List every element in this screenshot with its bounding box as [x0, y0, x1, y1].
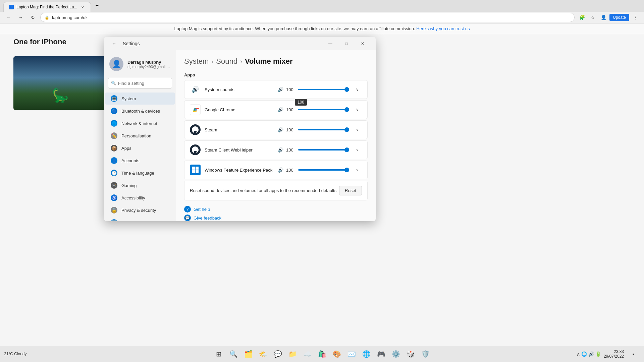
profile-icon[interactable]: 👤	[599, 13, 608, 22]
taskbar-start-button[interactable]: ⊞	[212, 347, 225, 361]
taskbar-edge-button[interactable]: 🌐	[360, 347, 373, 361]
user-email: d.j.murphy2493@gmail.com	[127, 65, 171, 69]
volume-thumb-steam[interactable]	[344, 127, 349, 132]
tab-close-button[interactable]: ✕	[80, 4, 85, 10]
taskbar-adobe-button[interactable]: 🎨	[330, 347, 343, 361]
sidebar-label-privacy: Privacy & security	[121, 208, 156, 213]
volume-icon-system-sounds: 🔊	[278, 87, 283, 92]
expand-button-system-sounds[interactable]: ∨	[353, 85, 362, 94]
taskbar-time-display: 23:33	[604, 349, 624, 354]
taskbar-chat-button[interactable]: 💬	[271, 347, 284, 361]
expand-button-windows-feature[interactable]: ∨	[353, 165, 362, 175]
app-icon-chrome	[190, 104, 201, 115]
taskbar-clock[interactable]: 23:33 29/07/2022	[604, 349, 624, 359]
volume-number-steam: 100	[286, 127, 296, 132]
sidebar-item-system[interactable]: 💻 System	[105, 93, 175, 105]
app-name-steam: Steam	[205, 127, 274, 132]
modal-title: Settings	[123, 41, 140, 46]
volume-slider-steam-client[interactable]	[298, 149, 348, 150]
expand-button-steam[interactable]: ∨	[353, 125, 362, 134]
sidebar-item-accounts[interactable]: 👤 Accounts	[105, 155, 175, 167]
volume-number-steam-client: 100	[286, 147, 296, 153]
close-button[interactable]: ✕	[355, 38, 370, 49]
address-bar[interactable]: 🔒 laptopmag.com/uk	[40, 13, 575, 22]
taskbar-date-display: 29/07/2022	[604, 354, 624, 359]
sidebar-item-network[interactable]: 🌐 Network & internet	[105, 117, 175, 129]
taskbar-taskview-button[interactable]: 🗂️	[241, 347, 255, 361]
get-help-link[interactable]: ? Get help	[184, 206, 368, 213]
volume-slider-chrome[interactable]	[298, 109, 348, 110]
tray-network[interactable]: 🌐	[581, 351, 587, 357]
app-card-system-sounds: 🔊 System sounds 🔊 100 ∨ 100	[184, 80, 368, 99]
sidebar-item-update[interactable]: 🔄 Windows Update	[105, 217, 175, 221]
sidebar-item-privacy[interactable]: 🔒 Privacy & security	[105, 204, 175, 216]
taskbar-steam-pinned[interactable]: 🎲	[404, 347, 417, 361]
forward-button[interactable]: →	[16, 13, 25, 22]
trust-link[interactable]: Here's why you can trust us	[416, 26, 470, 31]
volume-thumb-system-sounds[interactable]	[344, 87, 349, 92]
taskbar-onedrive-button[interactable]: ☁️	[301, 347, 314, 361]
expand-button-chrome[interactable]: ∨	[353, 105, 362, 114]
menu-button[interactable]: ⋮	[631, 13, 640, 22]
avatar: 👤	[109, 57, 123, 71]
taskbar-explorer-button[interactable]: 📁	[286, 347, 299, 361]
sidebar-item-accessibility[interactable]: ♿ Accessibility	[105, 192, 175, 204]
star-button[interactable]: ☆	[588, 13, 597, 22]
feedback-link[interactable]: 💬 Give feedback	[184, 215, 368, 221]
taskbar-settings-pinned[interactable]: ⚙️	[389, 347, 402, 361]
app-name-steam-client: Steam Client WebHelper	[205, 147, 274, 153]
volume-thumb-steam-client[interactable]	[344, 147, 349, 152]
tray-chevron[interactable]: ∧	[577, 351, 580, 357]
sidebar-label-system: System	[121, 96, 136, 101]
app-icon-steam	[190, 124, 201, 135]
breadcrumb-system[interactable]: System	[184, 57, 209, 66]
modal-back-button[interactable]: ←	[109, 39, 119, 48]
maximize-button[interactable]: □	[339, 38, 354, 49]
gaming-icon: 🎮	[111, 182, 117, 189]
system-tray: ∧ 🌐 🔊 🔋	[577, 351, 601, 357]
taskbar-mail-button[interactable]: ✉️	[345, 347, 358, 361]
volume-slider-steam[interactable]	[298, 129, 348, 130]
breadcrumb-sound[interactable]: Sound	[216, 57, 237, 66]
app-card-steam-client: Steam Client WebHelper 🔊 100 ∨	[184, 140, 368, 159]
volume-thumb-windows-feature[interactable]	[344, 168, 349, 172]
tray-volume[interactable]: 🔊	[588, 351, 594, 357]
sidebar-item-apps[interactable]: 📦 Apps	[105, 142, 175, 154]
taskbar-widgets-button[interactable]: 🌤️	[256, 347, 270, 361]
settings-modal: ← Settings — □ ✕ 👤 Darragh Murphy d.j.mu…	[104, 37, 376, 221]
sidebar-label-update: Windows Update	[121, 220, 154, 222]
taskbar-show-desktop[interactable]: ▪	[627, 347, 640, 361]
taskbar-search-button[interactable]: 🔍	[227, 347, 240, 361]
volume-slider-system-sounds[interactable]	[298, 89, 348, 90]
expand-button-steam-client[interactable]: ∨	[353, 145, 362, 155]
update-button[interactable]: Update	[609, 14, 629, 21]
sidebar-item-personalisation[interactable]: ✏️ Personalisation	[105, 130, 175, 142]
sidebar-item-gaming[interactable]: 🎮 Gaming	[105, 179, 175, 191]
reset-button[interactable]: Reset	[339, 186, 362, 195]
search-box[interactable]: 🔍	[108, 78, 172, 88]
sidebar-item-time[interactable]: 🕐 Time & language	[105, 167, 175, 179]
help-links: ? Get help 💬 Give feedback	[184, 206, 368, 221]
volume-slider-windows-feature[interactable]	[298, 169, 348, 171]
taskbar-antivirus-button[interactable]: 🛡️	[419, 347, 432, 361]
volume-thumb-chrome[interactable]	[344, 107, 349, 112]
search-input[interactable]	[118, 81, 174, 86]
minimize-button[interactable]: —	[323, 38, 338, 49]
back-button[interactable]: ←	[4, 13, 13, 22]
reset-section: Reset sound devices and volumes for all …	[184, 181, 368, 200]
user-profile[interactable]: 👤 Darragh Murphy d.j.murphy2493@gmail.co…	[104, 53, 176, 75]
taskbar-store-button[interactable]: 🛍️	[315, 347, 329, 361]
taskbar-xbox-button[interactable]: 🎮	[374, 347, 388, 361]
sidebar-item-bluetooth[interactable]: 🔵 Bluetooth & devices	[105, 105, 175, 117]
get-help-label: Get help	[194, 207, 210, 212]
sidebar-label-accounts: Accounts	[121, 158, 139, 163]
new-tab-button[interactable]: +	[92, 1, 102, 10]
refresh-button[interactable]: ↻	[28, 13, 38, 22]
accounts-icon: 👤	[111, 157, 117, 164]
extensions-button[interactable]: 🧩	[577, 13, 587, 22]
active-tab[interactable]: L Laptop Mag: Find the Perfect La... ✕	[3, 2, 91, 12]
sidebar-label-apps: Apps	[121, 146, 131, 151]
time-icon: 🕐	[111, 170, 117, 176]
volume-control-chrome: 🔊 100	[278, 107, 348, 112]
tray-battery[interactable]: 🔋	[595, 351, 601, 357]
